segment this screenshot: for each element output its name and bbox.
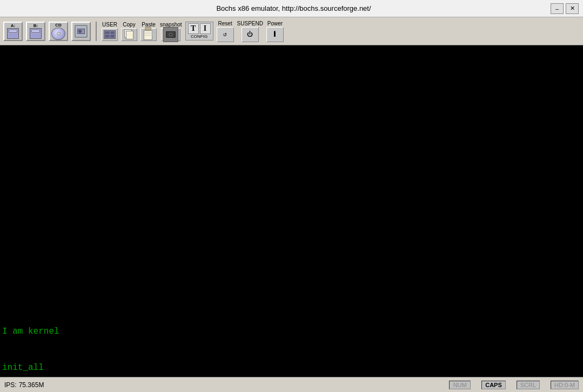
caps-indicator: CAPS (481, 381, 506, 389)
terminal-line-8: I am kernel (2, 326, 581, 337)
terminal-line-1 (2, 72, 581, 84)
suspend-label: SUSPEND (237, 21, 263, 26)
copy-button-group: Copy (121, 22, 137, 41)
reset-button-group: Reset ↺ (217, 21, 234, 42)
terminal-content: I am kernel init_all idt_init start idt_… (2, 48, 581, 377)
user-label: USER (102, 22, 117, 28)
copy-label: Copy (123, 22, 135, 28)
floppy-a-icon (7, 28, 19, 39)
num-status: NUM (449, 381, 471, 389)
ips-value: 75.365M (19, 381, 44, 389)
terminal-line-2 (2, 108, 581, 120)
copy-button[interactable] (121, 28, 137, 41)
floppy-b-label: B: (33, 23, 38, 28)
terminal[interactable]: I am kernel init_all idt_init start idt_… (0, 45, 583, 377)
scrl-indicator: SCRL (517, 381, 540, 389)
minimize-button[interactable]: – (551, 3, 564, 14)
user-icon (104, 30, 116, 39)
i-button[interactable]: I (200, 23, 211, 34)
floppy-a-label: A: (11, 23, 15, 28)
floppy-b-icon (30, 28, 42, 39)
ips-status: IPS: 75.365M (4, 381, 44, 389)
network-icon (75, 25, 88, 38)
cd-button[interactable]: CD (49, 22, 68, 41)
t-button[interactable]: T (188, 23, 199, 34)
terminal-line-3 (2, 144, 581, 156)
floppy-b-button[interactable]: B: (26, 22, 45, 41)
network-button[interactable] (71, 22, 91, 41)
copy-icon (124, 29, 134, 40)
snapshot-icon (163, 27, 178, 42)
hd-status: HD:0-M (551, 381, 579, 389)
paste-button-group: Paste (140, 22, 157, 41)
statusbar: IPS: 75.365M NUM CAPS SCRL HD:0-M (0, 377, 583, 392)
snapshot-button-group: snapshot (160, 22, 182, 41)
caps-status: CAPS (481, 381, 506, 389)
suspend-button[interactable]: ⏻ (242, 27, 259, 42)
window-title: Bochs x86 emulator, http://bochs.sourcef… (37, 4, 551, 12)
terminal-line-4 (2, 180, 581, 192)
power-button-group: Power ⏽ (266, 21, 284, 42)
cd-icon (51, 28, 65, 40)
toolbar: A: B: CD USER (0, 17, 583, 45)
paste-label: Paste (142, 22, 156, 28)
paste-button[interactable] (140, 28, 157, 41)
terminal-line-9: init_all (2, 362, 581, 374)
close-button[interactable]: ✕ (566, 3, 579, 14)
paste-icon (144, 29, 153, 40)
floppy-a-button[interactable]: A: (3, 22, 23, 41)
terminal-line-5 (2, 217, 581, 228)
snapshot-button[interactable] (161, 28, 180, 41)
reset-label: Reset (218, 21, 232, 26)
power-label: Power (267, 21, 283, 26)
scrl-status: SCRL (517, 381, 540, 389)
cd-label: CD (55, 23, 62, 28)
title-controls: – ✕ (551, 3, 579, 14)
num-indicator: NUM (449, 381, 471, 389)
user-button-group: USER (102, 22, 118, 41)
reset-button[interactable]: ↺ (217, 27, 234, 42)
config-group: T I CONFIG (185, 22, 213, 40)
power-button[interactable]: ⏽ (266, 27, 284, 42)
config-label: CONFIG (191, 34, 207, 39)
ti-buttons: T I (188, 23, 211, 34)
title-bar: Bochs x86 emulator, http://bochs.sourcef… (0, 0, 583, 17)
user-button[interactable] (102, 28, 118, 41)
hd-indicator: HD:0-M (551, 381, 579, 389)
terminal-line-7 (2, 289, 581, 301)
toolbar-separator-1 (96, 22, 97, 41)
ips-label: IPS: (4, 381, 17, 389)
terminal-line-6 (2, 253, 581, 265)
suspend-button-group: SUSPEND ⏻ (237, 21, 263, 42)
